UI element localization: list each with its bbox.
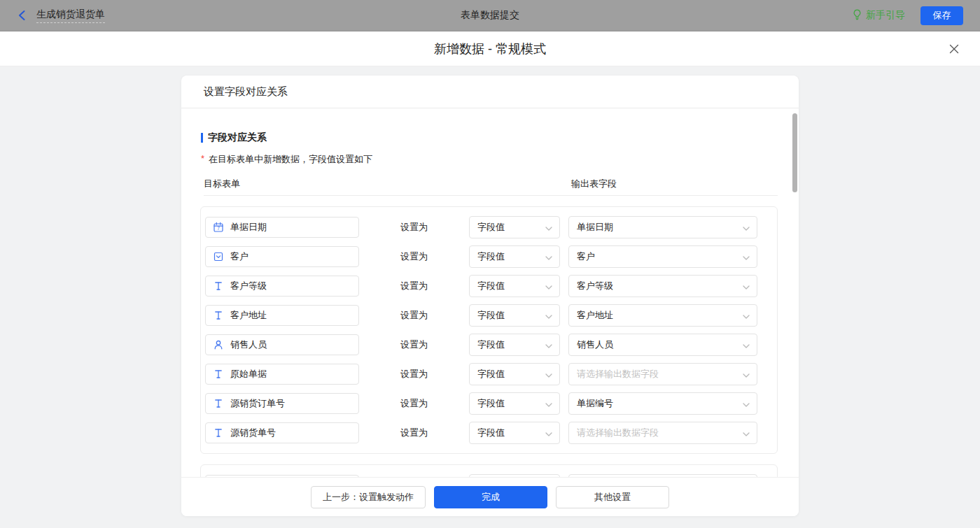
modal-body: 设置字段对应关系 字段对应关系 * 在目标表单中新增数据，字段值设置如下 目标表…: [0, 76, 980, 528]
back-icon[interactable]: [17, 10, 28, 21]
card-footer: 上一步：设置触发动作 完成 其他设置: [181, 477, 799, 516]
value-type-select[interactable]: 字段值: [469, 363, 560, 385]
card-title: 设置字段对应关系: [181, 76, 799, 108]
output-field-value: 单据编号: [577, 397, 613, 410]
save-button[interactable]: 保存: [920, 6, 963, 25]
chevron-down-icon: [545, 340, 552, 350]
target-field-box: 销售人员: [205, 334, 359, 355]
output-field-select[interactable]: 单据编号: [568, 392, 757, 415]
output-field-value: 销售人员: [577, 338, 613, 351]
set-as-label: 设置为: [359, 280, 469, 292]
value-type-select[interactable]: 字段值: [469, 304, 560, 327]
target-field-label: 销售人员: [230, 338, 267, 351]
target-field-box: 原始单据: [205, 364, 359, 385]
done-button[interactable]: 完成: [434, 486, 547, 508]
field-mapping-row: 退货明细.商品条形码设置为字段值销货明细.商品条形码: [201, 471, 777, 477]
output-field-select[interactable]: 客户等级: [568, 275, 757, 297]
output-field-select[interactable]: 单据日期: [568, 216, 757, 238]
topbar-title: 表单数据提交: [0, 9, 980, 22]
target-field-label: 客户等级: [230, 280, 267, 292]
output-field-value: 客户等级: [577, 280, 613, 292]
value-type-select[interactable]: 字段值: [469, 392, 560, 415]
topbar: 生成销货退货单 表单数据提交 新手引导 保存: [0, 0, 980, 31]
target-field-box: 客户: [205, 246, 359, 267]
chevron-down-icon: [743, 311, 750, 321]
field-mapping-row: 7单据日期设置为字段值单据日期: [201, 213, 777, 242]
section-marker: [201, 133, 203, 143]
target-field-label: 客户地址: [230, 309, 267, 322]
value-type-value: 字段值: [477, 397, 505, 410]
output-field-select[interactable]: 销售人员: [568, 334, 757, 356]
settings-card: 设置字段对应关系 字段对应关系 * 在目标表单中新增数据，字段值设置如下 目标表…: [181, 76, 799, 516]
target-field-label: 单据日期: [230, 221, 267, 234]
output-field-value: 请选择输出数据字段: [577, 427, 659, 439]
value-type-value: 字段值: [477, 427, 505, 439]
text-icon: [213, 280, 224, 292]
scrollbar-thumb[interactable]: [792, 113, 797, 192]
chevron-down-icon: [743, 399, 750, 409]
field-mapping-groups: 7单据日期设置为字段值单据日期客户设置为字段值客户客户等级设置为字段值客户等级客…: [200, 206, 778, 477]
target-field-box: 源销货订单号: [205, 393, 359, 414]
output-field-select[interactable]: 请选择输出数据字段: [568, 422, 757, 444]
calendar-icon: 7: [213, 222, 224, 233]
modal-title: 新增数据 - 常规模式: [434, 41, 546, 57]
chevron-down-icon: [743, 281, 750, 292]
value-type-select[interactable]: 字段值: [469, 275, 560, 297]
other-settings-button[interactable]: 其他设置: [556, 486, 669, 508]
target-field-label: 原始单据: [230, 368, 267, 380]
set-as-label: 设置为: [359, 309, 469, 322]
section-note: 在目标表单中新增数据，字段值设置如下: [209, 153, 372, 166]
field-mapping-row: 原始单据设置为字段值请选择输出数据字段: [201, 359, 777, 389]
close-icon[interactable]: [946, 41, 962, 57]
target-field-box: 客户等级: [205, 276, 359, 297]
user-icon: [213, 339, 224, 350]
set-as-label: 设置为: [359, 427, 469, 439]
value-type-value: 字段值: [477, 280, 505, 292]
chevron-down-icon: [545, 369, 552, 380]
value-type-select[interactable]: 字段值: [469, 245, 560, 268]
output-field-value: 客户地址: [577, 309, 613, 322]
value-type-value: 字段值: [477, 368, 505, 380]
value-type-value: 字段值: [477, 221, 505, 234]
field-mapping-row: 客户设置为字段值客户: [201, 242, 777, 271]
value-type-select[interactable]: 字段值: [469, 216, 560, 238]
value-type-select[interactable]: 字段值: [469, 422, 560, 444]
output-field-value: 单据日期: [577, 221, 613, 234]
beginner-guide-link[interactable]: 新手引导: [852, 8, 905, 22]
chevron-down-icon: [545, 428, 552, 438]
output-field-value: 请选择输出数据字段: [577, 368, 659, 380]
chevron-down-icon: [545, 222, 552, 233]
field-mapping-row: 客户地址设置为字段值客户地址: [201, 301, 777, 330]
chevron-down-icon: [743, 369, 750, 380]
chevron-down-icon: [545, 311, 552, 321]
target-field-label: 源销货单号: [230, 427, 276, 439]
chevron-down-icon: [743, 428, 750, 438]
field-mapping-row: 源销货单号设置为字段值请选择输出数据字段: [201, 418, 777, 448]
chevron-down-icon: [545, 399, 552, 409]
back-label[interactable]: 生成销货退货单: [36, 8, 105, 23]
text-icon: [213, 310, 224, 321]
field-mapping-group: 退货明细.商品条形码设置为字段值销货明细.商品条形码: [200, 464, 778, 477]
field-mapping-row: 销售人员设置为字段值销售人员: [201, 330, 777, 359]
target-field-label: 客户: [230, 250, 248, 263]
set-as-label: 设置为: [359, 368, 469, 380]
previous-step-button[interactable]: 上一步：设置触发动作: [311, 486, 426, 508]
column-divider: [204, 195, 778, 196]
target-field-label: 源销货订单号: [230, 397, 285, 410]
set-as-label: 设置为: [359, 338, 469, 351]
select-icon: [213, 251, 224, 262]
set-as-label: 设置为: [359, 397, 469, 410]
field-mapping-group: 7单据日期设置为字段值单据日期客户设置为字段值客户客户等级设置为字段值客户等级客…: [200, 206, 778, 454]
output-field-select[interactable]: 请选择输出数据字段: [568, 363, 757, 385]
set-as-label: 设置为: [359, 221, 469, 234]
output-field-select[interactable]: 客户地址: [568, 304, 757, 327]
value-type-select[interactable]: 字段值: [469, 334, 560, 356]
chevron-down-icon: [545, 281, 552, 292]
output-field-select[interactable]: 客户: [568, 245, 757, 268]
set-as-label: 设置为: [359, 250, 469, 263]
required-asterisk: *: [201, 153, 204, 164]
field-mapping-row: 源销货订单号设置为字段值单据编号: [201, 389, 777, 418]
svg-text:7: 7: [217, 226, 220, 231]
card-content: 字段对应关系 * 在目标表单中新增数据，字段值设置如下 目标表单 输出表字段 7…: [181, 108, 799, 477]
text-icon: [213, 427, 224, 438]
